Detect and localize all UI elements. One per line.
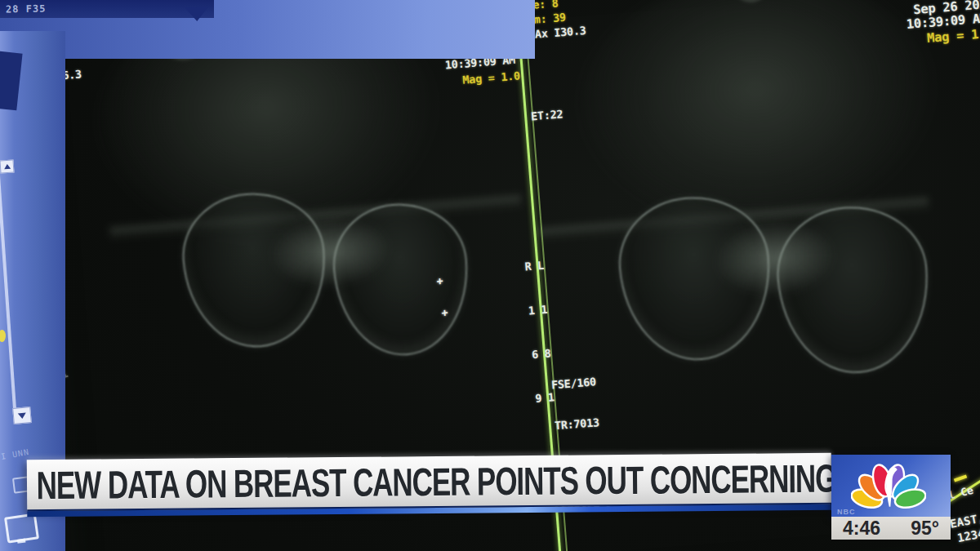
monitor-icon [4,513,39,543]
time-temp-strip: 4:46 95° [831,517,951,540]
left-mag-factor: Mag = 1.0 [462,69,520,86]
temperature: 95° [911,518,939,540]
scroll-down-icon [12,407,32,424]
news-frame: 28 F35 I UNN + + Optima MR450w 1.5T Ex: … [0,0,980,551]
scroll-up-icon [0,159,15,173]
banner-headline: NEW DATA ON BREAST CANCER POINTS OUT CON… [27,455,938,509]
background-titlebar-label: 28 F35 [6,3,47,16]
station-logo-box: NBC [831,455,951,517]
plus-marker: + [441,306,448,319]
right-echo-train: ET:22 [531,107,564,122]
dropdown-arrow-icon [185,7,209,22]
nbc-peacock-logo [851,459,926,511]
news-banner: NEW DATA ON BREAST CANCER POINTS OUT CON… [27,453,832,512]
plus-marker: + [436,275,443,288]
nbc-faint-label: NBC [837,508,856,516]
clock-time: 4:46 [843,518,880,540]
